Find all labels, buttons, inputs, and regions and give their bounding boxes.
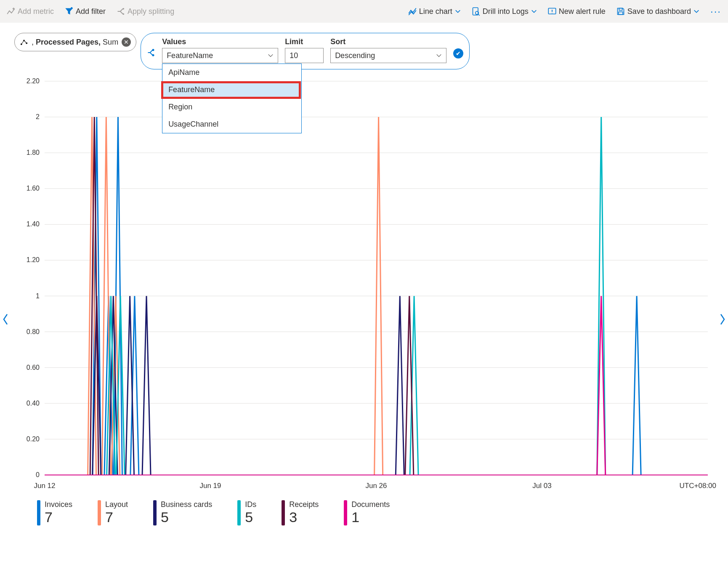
chevron-down-icon: [531, 8, 537, 14]
svg-text:1.40: 1.40: [27, 220, 40, 228]
add-filter-button[interactable]: Add filter: [61, 5, 109, 19]
split-icon: [117, 7, 125, 16]
add-metric-label: Add metric: [18, 7, 54, 16]
svg-text:0.60: 0.60: [27, 364, 40, 371]
legend-series-total: 3: [289, 509, 319, 525]
limit-label: Limit: [285, 37, 324, 46]
values-option-region[interactable]: Region: [162, 98, 301, 116]
legend-item[interactable]: Business cards5: [153, 500, 212, 525]
timezone-label: UTC+08:00: [680, 482, 716, 490]
x-tick-label: Jun 12: [34, 482, 55, 490]
svg-text:1.20: 1.20: [27, 256, 40, 263]
chevron-down-icon: [693, 8, 699, 14]
remove-metric-button[interactable]: ✕: [122, 37, 131, 47]
svg-point-11: [152, 54, 154, 56]
legend-item[interactable]: Invoices7: [37, 500, 72, 525]
add-metric-icon: [7, 7, 15, 16]
legend-color-bar: [153, 500, 157, 525]
chart-legend: Invoices7Layout7Business cards5IDs5Recei…: [12, 494, 716, 525]
metric-series-icon: [20, 38, 28, 46]
legend-series-total: 7: [105, 509, 128, 525]
sort-label: Sort: [330, 37, 446, 46]
add-metric-button[interactable]: Add metric: [3, 5, 57, 19]
svg-point-0: [122, 8, 124, 10]
apply-splitting-button[interactable]: Apply splitting: [113, 5, 178, 19]
legend-series-total: 5: [161, 509, 212, 525]
values-dropdown: ApiName FeatureName Region UsageChannel: [162, 64, 302, 133]
legend-color-bar: [37, 500, 40, 525]
filter-icon: [65, 7, 73, 16]
values-option-featurename[interactable]: FeatureName: [162, 81, 301, 98]
legend-color-bar: [282, 500, 285, 525]
legend-series-name: Layout: [105, 500, 128, 509]
legend-series-total: 1: [351, 509, 390, 525]
new-alert-label: New alert rule: [559, 7, 606, 16]
chart-x-axis: Jun 12Jun 19Jun 26Jul 03UTC+08:00: [12, 482, 716, 494]
line-chart-icon: [408, 7, 417, 16]
svg-text:2.20: 2.20: [27, 77, 40, 85]
chart-type-label: Line chart: [419, 7, 452, 16]
x-tick-label: Jul 03: [532, 482, 551, 490]
chevron-down-icon: [436, 53, 442, 58]
legend-series-name: Documents: [351, 500, 390, 509]
scroll-right-button[interactable]: [719, 313, 726, 328]
metrics-toolbar: Add metric Add filter Apply splitting Li…: [0, 0, 728, 23]
legend-series-name: Invoices: [45, 500, 72, 509]
legend-color-bar: [98, 500, 101, 525]
more-actions-button[interactable]: ···: [707, 5, 725, 17]
values-option-apiname[interactable]: ApiName: [162, 64, 301, 81]
save-dashboard-button[interactable]: Save to dashboard: [613, 5, 703, 19]
legend-color-bar: [344, 500, 347, 525]
svg-text:0: 0: [36, 471, 40, 478]
svg-text:1: 1: [36, 292, 40, 300]
split-config-pill: Values FeatureName ApiName FeatureName R…: [141, 33, 470, 69]
values-label: Values: [162, 37, 278, 46]
legend-series-total: 7: [45, 509, 72, 525]
metric-pill-text: , Processed Pages, Sum: [32, 38, 118, 47]
chart-type-button[interactable]: Line chart: [405, 5, 464, 19]
legend-item[interactable]: Layout7: [98, 500, 128, 525]
chevron-down-icon: [268, 53, 274, 58]
values-option-usagechannel[interactable]: UsageChannel: [162, 116, 301, 133]
values-select[interactable]: FeatureName ApiName FeatureName Region U…: [162, 48, 278, 63]
svg-text:0.40: 0.40: [27, 400, 40, 407]
svg-rect-5: [619, 8, 622, 11]
values-select-value: FeatureName: [167, 51, 264, 60]
scroll-left-button[interactable]: [2, 313, 9, 328]
drill-logs-label: Drill into Logs: [483, 7, 529, 16]
x-tick-label: Jun 26: [365, 482, 387, 490]
x-tick-label: Jun 19: [199, 482, 221, 490]
drill-logs-button[interactable]: Drill into Logs: [468, 5, 540, 19]
svg-text:1.80: 1.80: [27, 149, 40, 156]
legend-series-name: IDs: [245, 500, 256, 509]
sort-value: Descending: [335, 51, 433, 60]
logs-icon: [472, 7, 480, 16]
legend-color-bar: [237, 500, 241, 525]
svg-rect-6: [619, 12, 623, 14]
legend-item[interactable]: IDs5: [237, 500, 256, 525]
sort-select[interactable]: Descending: [330, 48, 446, 63]
split-series-icon: [147, 48, 155, 57]
confirm-split-button[interactable]: ✔: [453, 48, 463, 58]
svg-point-10: [152, 49, 154, 51]
svg-text:0.80: 0.80: [27, 328, 40, 335]
new-alert-button[interactable]: New alert rule: [545, 5, 609, 19]
legend-item[interactable]: Receipts3: [282, 500, 319, 525]
legend-series-name: Receipts: [289, 500, 319, 509]
svg-point-1: [122, 13, 124, 15]
alert-icon: [548, 7, 556, 16]
svg-text:0.20: 0.20: [27, 435, 40, 443]
save-icon: [616, 7, 625, 16]
svg-text:1.60: 1.60: [27, 185, 40, 192]
chevron-down-icon: [455, 8, 461, 14]
limit-input[interactable]: 10: [285, 48, 324, 63]
legend-series-name: Business cards: [161, 500, 212, 509]
save-dashboard-label: Save to dashboard: [627, 7, 691, 16]
apply-splitting-label: Apply splitting: [128, 7, 174, 16]
legend-item[interactable]: Documents1: [344, 500, 390, 525]
add-filter-label: Add filter: [76, 7, 106, 16]
chart-plot-area[interactable]: 00.200.400.600.8011.201.401.601.8022.20: [12, 78, 712, 482]
metrics-chart: 00.200.400.600.8011.201.401.601.8022.20 …: [12, 78, 716, 525]
metric-pill[interactable]: , Processed Pages, Sum ✕: [14, 33, 136, 51]
svg-text:2: 2: [36, 113, 40, 120]
